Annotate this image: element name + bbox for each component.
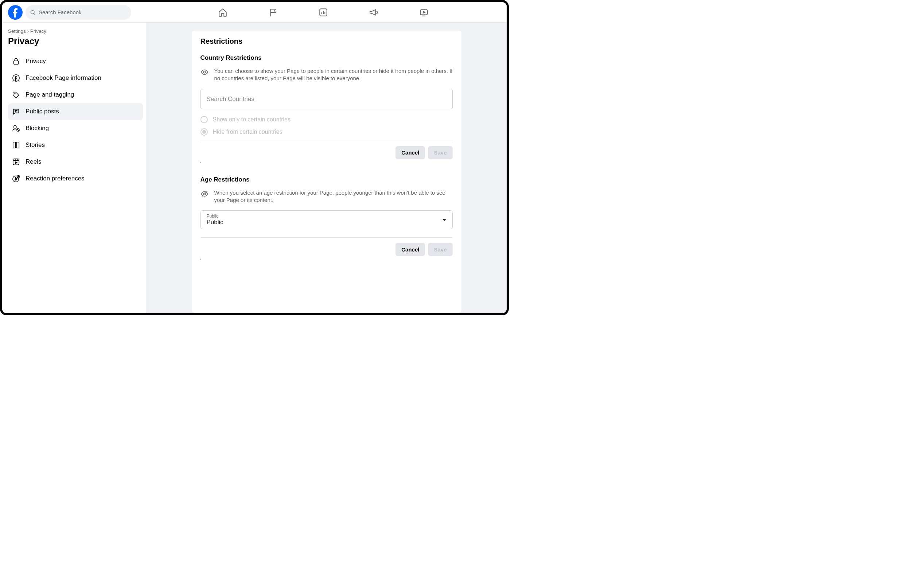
breadcrumb-current: Privacy (30, 29, 46, 34)
breadcrumb-sep: › (27, 29, 29, 34)
search-icon (30, 10, 36, 15)
svg-line-2 (34, 13, 35, 14)
tick-mark: ' (200, 258, 453, 263)
radio-label: Hide from certain countries (213, 129, 282, 135)
restrictions-card: Restrictions Country Restrictions You ca… (192, 31, 462, 313)
age-select[interactable]: Public Public (200, 210, 453, 229)
sidebar-item-privacy[interactable]: Privacy (8, 53, 143, 69)
sidebar-item-label: Privacy (26, 58, 46, 65)
age-cancel-button[interactable]: Cancel (396, 243, 425, 256)
nav-insights[interactable] (299, 3, 347, 22)
divider (200, 237, 453, 238)
sidebar-item-page-info[interactable]: Facebook Page information (8, 69, 143, 86)
select-label: Public (207, 214, 224, 219)
search-container[interactable] (26, 5, 131, 20)
nav-video[interactable] (400, 3, 448, 22)
main-content: Restrictions Country Restrictions You ca… (146, 23, 507, 313)
select-value: Public (207, 219, 224, 226)
sidebar-item-blocking[interactable]: Blocking (8, 120, 143, 137)
nav-flag[interactable] (250, 3, 297, 22)
divider (200, 141, 453, 141)
top-navigation (2, 2, 507, 23)
flag-icon (268, 8, 278, 17)
search-input[interactable] (39, 9, 127, 15)
sidebar-item-label: Stories (26, 142, 45, 149)
chat-icon (12, 107, 21, 116)
svg-point-16 (14, 126, 16, 128)
sidebar-item-reaction-prefs[interactable]: Reaction preferences (8, 170, 143, 187)
eye-icon (200, 68, 209, 82)
radio-icon (200, 116, 208, 123)
svg-marker-23 (15, 162, 17, 164)
svg-point-13 (14, 93, 15, 94)
video-icon (419, 8, 429, 17)
search-countries-input[interactable] (200, 89, 453, 110)
sidebar-item-label: Facebook Page information (26, 74, 101, 82)
breadcrumb-root[interactable]: Settings (8, 29, 26, 34)
sidebar-item-page-tagging[interactable]: Page and tagging (8, 86, 143, 103)
sidebar-item-label: Reaction preferences (26, 175, 85, 182)
facebook-logo[interactable] (8, 5, 23, 20)
radio-icon (200, 128, 208, 135)
insights-icon (319, 8, 328, 17)
reels-icon (12, 158, 21, 166)
country-save-button[interactable]: Save (428, 146, 452, 159)
age-restrictions-heading: Age Restrictions (200, 176, 453, 183)
sidebar-item-public-posts[interactable]: Public posts (8, 103, 143, 120)
sidebar-item-label: Public posts (26, 108, 59, 115)
radio-hide-from[interactable]: Hide from certain countries (200, 128, 453, 135)
radio-label: Show only to certain countries (213, 116, 290, 123)
country-restrictions-heading: Country Restrictions (200, 54, 453, 61)
card-title: Restrictions (200, 37, 453, 45)
nav-home[interactable] (199, 3, 246, 22)
megaphone-icon (369, 8, 378, 17)
facebook-circle-icon (12, 74, 21, 82)
sidebar-item-label: Page and tagging (26, 91, 74, 98)
country-restrictions-desc: You can choose to show your Page to peop… (214, 68, 453, 82)
nav-ads[interactable] (350, 3, 397, 22)
age-save-button[interactable]: Save (428, 243, 452, 256)
radio-show-only[interactable]: Show only to certain countries (200, 116, 453, 123)
chevron-down-icon (442, 219, 446, 221)
sidebar-item-reels[interactable]: Reels (8, 153, 143, 170)
sidebar-item-label: Reels (26, 158, 41, 166)
sidebar: Settings › Privacy Privacy Privacy Faceb… (2, 23, 146, 313)
svg-point-1 (31, 10, 34, 13)
tag-icon (12, 90, 21, 99)
lock-icon (12, 57, 21, 66)
eye-off-icon (200, 189, 209, 204)
tick-mark: ' (200, 161, 453, 166)
sidebar-item-stories[interactable]: Stories (8, 137, 143, 153)
svg-line-18 (17, 129, 19, 131)
svg-marker-9 (423, 11, 425, 13)
book-icon (12, 141, 21, 150)
like-gear-icon (12, 174, 21, 183)
svg-point-27 (203, 71, 206, 73)
svg-point-25 (17, 175, 19, 177)
breadcrumb: Settings › Privacy (8, 29, 143, 34)
blocking-icon (12, 124, 21, 133)
country-cancel-button[interactable]: Cancel (396, 146, 425, 159)
home-icon (218, 8, 227, 17)
page-title: Privacy (8, 36, 143, 46)
sidebar-item-label: Blocking (26, 125, 49, 132)
svg-rect-11 (14, 61, 19, 64)
age-restrictions-desc: When you select an age restriction for y… (214, 189, 453, 204)
